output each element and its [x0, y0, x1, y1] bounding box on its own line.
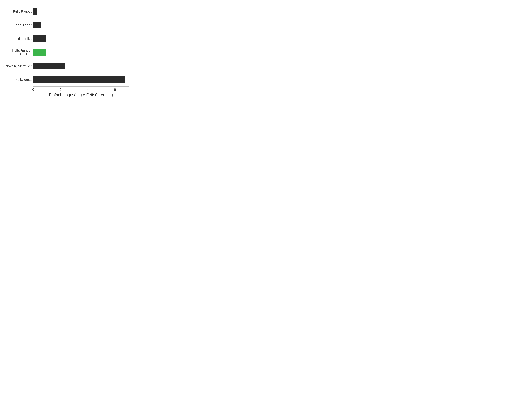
y-tick-label: Kalb, Runder Mocken [0, 49, 32, 56]
bar [33, 22, 41, 28]
bar [33, 35, 46, 42]
gridline [61, 4, 61, 86]
y-tick-label: Kalb, Brust [0, 78, 32, 82]
bar [33, 8, 37, 15]
y-tick-label: Reh, Ragout [0, 9, 32, 13]
x-tick-label: 2 [59, 88, 62, 92]
x-tick-label: 4 [87, 88, 89, 92]
y-tick-label: Rind, Leber [0, 23, 32, 27]
bar [33, 63, 65, 69]
bar-row [33, 8, 129, 15]
y-tick-label: Schwein, Nierstück [0, 64, 32, 68]
plot-area [33, 4, 129, 87]
bar-row [33, 76, 129, 83]
bar-chart: Einfach ungesättigte Fettsäuren in g 024… [0, 0, 133, 100]
bar-highlight [33, 49, 46, 56]
bar-row [33, 49, 129, 56]
bar-row [33, 35, 129, 42]
x-tick-label: 0 [32, 88, 34, 92]
bar-row [33, 63, 129, 69]
bar [33, 76, 125, 83]
x-axis-label: Einfach ungesättigte Fettsäuren in g [33, 93, 129, 97]
gridline [115, 4, 115, 86]
y-tick-label: Rind, Filet [0, 37, 32, 40]
bar-row [33, 22, 129, 28]
x-tick-label: 6 [114, 88, 116, 92]
